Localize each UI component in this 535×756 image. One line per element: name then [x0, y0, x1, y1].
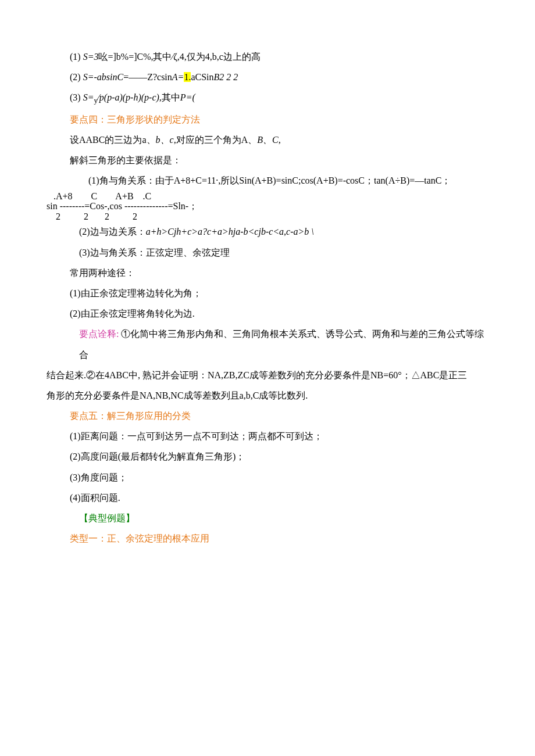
para-side-angle-relation: (3)边与角关系：正弦定理、余弦定理 [47, 242, 488, 263]
formula-area-2: (2) S=-absinC=——Z?csinA=1.aCSinB2 2 2 [47, 67, 488, 87]
part-e: B2 [214, 72, 224, 82]
highlight-1: 1. [184, 72, 191, 82]
frac-bot: 2 2 2 2 [47, 212, 198, 222]
para-note-2: 结合起来.②在4ABC中, 熟记并会证明：NA,ZB,ZC成等差数列的充分必要条… [47, 365, 488, 385]
note-label: 要点诠释: [79, 329, 119, 339]
seg-b: b、c, [156, 135, 176, 145]
fraction-block: .A+8 C A+B .C sin --------=Cos-,cos ----… [47, 191, 198, 222]
para-app-1: (1)距离问题：一点可到达另一点不可到达；两点都不可到达； [47, 426, 488, 446]
para-app-4: (4)面积问题. [47, 488, 488, 508]
formula-area-3: (3) S=y∕p(p-a)(p-h)(p-c),其中P=( [47, 87, 488, 109]
part-f: 2 2 [224, 72, 238, 82]
formula-area-1: (1) S=3吆=]b%=]C%,其中∕ζ,4,仅为4,b,c边上的高 [47, 46, 488, 67]
prefix: (3) [70, 92, 83, 102]
para-note-1: 要点诠释: ①化简中将三角形内角和、三角同角根本关系式、诱导公式、两角和与差的三… [47, 324, 488, 364]
part-a: S=-absinC [83, 72, 123, 82]
body: S=3 [83, 52, 99, 62]
part-c: 其中 [162, 92, 180, 102]
part-d: P=( [180, 92, 195, 102]
prefix: (1) [70, 52, 83, 62]
seg-c: 对应的三个角为A、 [176, 135, 258, 145]
para-two-ways: 常用两种途径： [47, 263, 488, 283]
para-basis: 解斜三角形的主要依据是： [47, 150, 488, 170]
heading-type-1: 类型一：正、余弦定理的根本应用 [47, 528, 488, 549]
para-side-relation: (2)边与边关系：a+h>Cjh+c>a?c+a>hja-b<cjb-c<a,c… [47, 221, 488, 242]
para-app-3: (3)角度问题； [47, 467, 488, 488]
part-d: aCSin [191, 72, 213, 82]
para-app-2: (2)高度问题(最后都转化为解直角三角形)； [47, 446, 488, 467]
part-c: A= [172, 72, 184, 82]
para-way-2: (2)由正余弦定理将角转化为边. [47, 303, 488, 324]
para-note-3: 角形的充分必要条件是NA,NB,NC成等差数列且a,b,C成等比数列. [47, 385, 488, 406]
para-way-1: (1)由正余弦定理将边转化为角； [47, 283, 488, 303]
seg-d: B、C, [257, 135, 280, 145]
frac-top: .A+8 C A+B .C [47, 191, 198, 202]
heading-point-4: 要点四：三角形形状的判定方法 [47, 109, 488, 130]
para-angle-relation: (1)角与角关系：由于A+8+C=11·,所以Sin(A+B)=sinC;cos… [47, 170, 488, 191]
tail: 吆=]b%=]C%,其中∕ζ,4,仅为4,b,c边上的高 [98, 52, 260, 62]
part-b: =——Z?csin [123, 72, 172, 82]
seg-a: 设AABC的三边为a、 [70, 135, 156, 145]
heading-point-5: 要点五：解三角形应用的分类 [47, 406, 488, 426]
note-body: ①化简中将三角形内角和、三角同角根本关系式、诱导公式、两角和与差的三角公式等综合 [79, 329, 484, 359]
part-b: ∕p(p-a)(p-h)(p-c), [98, 92, 162, 102]
frac-mid: sin --------=Cos-,cos --------------=Sln… [47, 201, 198, 212]
part-a: S= [83, 92, 94, 102]
prefix: (2) [70, 72, 83, 82]
body: a+h>Cjh+c>a?c+a>hja-b<cjb-c<a,c-a>b \ [146, 227, 314, 237]
heading-examples: 【典型例题】 [47, 508, 488, 528]
prefix: (2)边与边关系： [79, 227, 146, 237]
para-triangle-sides: 设AABC的三边为a、b、c,对应的三个角为A、B、C, [47, 130, 488, 150]
